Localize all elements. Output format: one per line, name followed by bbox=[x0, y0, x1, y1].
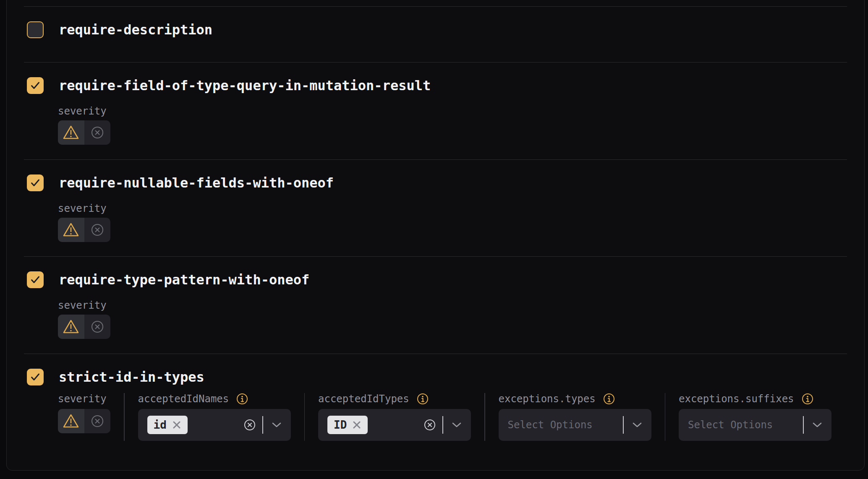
select-separator bbox=[623, 416, 624, 434]
rule-row-require-type-pattern-with-oneof: require-type-pattern-with-oneof severity bbox=[24, 256, 847, 354]
option-label: exceptions.types bbox=[499, 393, 596, 405]
info-icon[interactable] bbox=[417, 393, 429, 405]
severity-off-button[interactable] bbox=[84, 218, 111, 242]
rule-title: strict-id-in-types bbox=[59, 369, 204, 385]
column-divider bbox=[484, 393, 485, 441]
severity-warn-button[interactable] bbox=[58, 218, 84, 242]
clear-icon[interactable] bbox=[244, 419, 256, 431]
rule-title: require-type-pattern-with-oneof bbox=[59, 272, 309, 288]
warning-icon bbox=[63, 319, 79, 334]
severity-off-button[interactable] bbox=[84, 315, 111, 339]
severity-column: severity bbox=[58, 393, 110, 433]
check-icon bbox=[30, 373, 40, 381]
circle-x-icon bbox=[91, 126, 104, 139]
check-icon bbox=[30, 179, 40, 187]
warning-icon bbox=[63, 125, 79, 140]
panel-top-spacer bbox=[24, 0, 847, 6]
severity-warn-button[interactable] bbox=[58, 409, 84, 433]
severity-off-button[interactable] bbox=[84, 409, 111, 433]
rule-title: require-nullable-fields-with-oneof bbox=[59, 175, 334, 191]
circle-x-icon bbox=[91, 320, 104, 333]
severity-warn-button[interactable] bbox=[58, 120, 84, 145]
severity-toggle bbox=[58, 120, 110, 145]
clear-icon[interactable] bbox=[424, 419, 436, 431]
select-separator bbox=[442, 416, 443, 434]
tag-remove-icon[interactable] bbox=[172, 420, 181, 430]
rule-row-require-field-of-type-query-in-mutation-result: require-field-of-type-query-in-mutation-… bbox=[24, 62, 847, 159]
option-column-acceptedIdNames: acceptedIdNames id bbox=[138, 393, 291, 441]
tag-label: ID bbox=[334, 419, 347, 431]
column-divider bbox=[124, 393, 125, 441]
chevron-down-icon[interactable] bbox=[812, 422, 822, 428]
chevron-down-icon[interactable] bbox=[632, 422, 642, 428]
rules-panel: require-description require-field-of-typ… bbox=[6, 0, 865, 471]
tag-label: id bbox=[154, 419, 167, 431]
select-separator bbox=[262, 416, 263, 434]
rule-checkbox[interactable] bbox=[27, 271, 44, 288]
multiselect-exceptions-types[interactable]: Select Options bbox=[499, 409, 651, 441]
rule-title: require-field-of-type-query-in-mutation-… bbox=[59, 78, 431, 94]
warning-icon bbox=[63, 414, 79, 429]
circle-x-icon bbox=[91, 223, 104, 237]
select-placeholder: Select Options bbox=[688, 419, 773, 431]
rule-checkbox[interactable] bbox=[27, 21, 44, 38]
rule-title: require-description bbox=[59, 22, 212, 38]
rule-checkbox[interactable] bbox=[27, 77, 44, 94]
warning-icon bbox=[63, 222, 79, 237]
severity-label: severity bbox=[58, 299, 847, 311]
multiselect-exceptions-suffixes[interactable]: Select Options bbox=[679, 409, 831, 441]
rule-row-require-description: require-description bbox=[24, 6, 847, 62]
rule-checkbox[interactable] bbox=[27, 174, 44, 191]
option-label: acceptedIdNames bbox=[138, 393, 229, 405]
rule-row-strict-id-in-types: strict-id-in-types severity acceptedIdNa… bbox=[24, 354, 847, 470]
chevron-down-icon[interactable] bbox=[452, 422, 462, 428]
severity-label: severity bbox=[58, 393, 107, 405]
severity-toggle bbox=[58, 218, 110, 242]
column-divider bbox=[665, 393, 666, 441]
severity-toggle bbox=[58, 315, 110, 339]
multiselect-acceptedIdTypes[interactable]: ID bbox=[318, 409, 471, 441]
check-icon bbox=[30, 276, 40, 284]
option-label: exceptions.suffixes bbox=[679, 393, 794, 405]
check-icon bbox=[30, 81, 40, 90]
severity-warn-button[interactable] bbox=[58, 315, 84, 339]
severity-off-button[interactable] bbox=[84, 120, 111, 145]
chevron-down-icon[interactable] bbox=[272, 422, 282, 428]
info-icon[interactable] bbox=[802, 393, 813, 405]
option-label: acceptedIdTypes bbox=[318, 393, 409, 405]
tag-remove-icon[interactable] bbox=[352, 420, 361, 430]
circle-x-icon bbox=[91, 414, 104, 428]
column-divider bbox=[304, 393, 305, 441]
info-icon[interactable] bbox=[236, 393, 248, 405]
option-column-exceptions-suffixes: exceptions.suffixes Select Options bbox=[679, 393, 831, 441]
severity-label: severity bbox=[58, 105, 847, 117]
select-placeholder: Select Options bbox=[508, 419, 593, 431]
rule-row-require-nullable-fields-with-oneof: require-nullable-fields-with-oneof sever… bbox=[24, 159, 847, 257]
option-column-acceptedIdTypes: acceptedIdTypes ID bbox=[318, 393, 471, 441]
selected-tag: id bbox=[147, 416, 188, 434]
info-icon[interactable] bbox=[603, 393, 615, 405]
severity-label: severity bbox=[58, 203, 847, 214]
rule-checkbox[interactable] bbox=[27, 369, 44, 385]
severity-toggle bbox=[58, 409, 110, 433]
multiselect-acceptedIdNames[interactable]: id bbox=[138, 409, 291, 441]
select-separator bbox=[803, 416, 804, 434]
option-column-exceptions-types: exceptions.types Select Options bbox=[499, 393, 651, 441]
selected-tag: ID bbox=[327, 416, 368, 434]
